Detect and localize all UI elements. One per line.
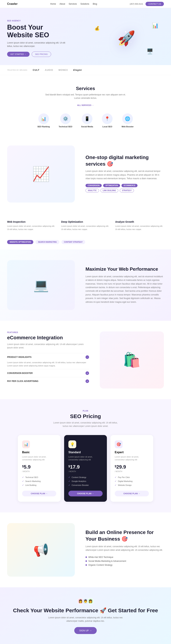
pricing-period-standard: / MONTH: [68, 470, 103, 472]
accordion-product-highlights-content: Lorem ipsum dolor sit amet, consectetur …: [7, 361, 89, 369]
web-perf-laptop-icon: 💻: [33, 278, 49, 292]
hero-description: Lorem ipsum dolor sit amet, consectetur …: [7, 41, 68, 48]
feature-expert-3: ✓Website Design: [115, 483, 149, 487]
brand-elegmi: Elegmi: [73, 69, 82, 71]
navbar: Crawler Home About Services Solutions Bl…: [0, 0, 171, 8]
tag-link-building: LINK BUILDING: [100, 189, 118, 192]
accordion-ppc[interactable]: PAY PER CLICK ADVERTISING +: [7, 377, 89, 385]
col-web-inspection-desc: Lorem ipsum dolor sit amet, consectetur …: [7, 225, 56, 231]
accordion-product-highlights[interactable]: PRODUCT HIGHLIGHTS −: [7, 353, 89, 361]
tag-analytic: ANALYTIC: [85, 189, 99, 192]
hero-see-pricing-button[interactable]: SEE PRICING: [32, 52, 51, 57]
tab-content-strategy[interactable]: CONTENT STRATEGY: [61, 240, 85, 244]
brand-cult: CULT: [33, 69, 39, 71]
ecommerce-title: eCommerce Integration: [7, 335, 89, 340]
one-stop-content: One-stop digital marketing services 🎯 Lo…: [85, 154, 164, 194]
cta-section: 👩 👨 👩 Check Your Website Performance 🚀 G…: [0, 587, 171, 644]
check-icon: ✓: [115, 476, 117, 478]
accordion-expand-icon-3: +: [85, 380, 89, 383]
pricing-desc-expert: Lorem ipsum dolor sit amet, consectetur …: [115, 455, 149, 461]
service-icon-web-booster: 🌐: [122, 114, 133, 124]
tab-search-marketing[interactable]: SEARCH MARKETING: [35, 240, 59, 244]
hero-section: SEO AGENCY Boost Your Website SEO Lorem …: [0, 8, 171, 65]
pricing-icon-expert: 🎯: [115, 440, 123, 448]
brand-monex: MONEX: [58, 69, 68, 71]
services-section: Services Sed blandit libero volutpat sed…: [0, 75, 171, 135]
pricing-label: PLAN: [7, 410, 164, 412]
services-all-link[interactable]: ALL SERVICES →: [77, 104, 94, 106]
brand-audio: AUDIO: [45, 69, 53, 71]
col-web-inspection-title: Web Inspection: [7, 220, 56, 223]
service-label-web-booster: Web Booster: [122, 126, 134, 128]
ecommerce-desc: Lorem ipsum dolor sit amet, consectetur …: [7, 343, 89, 350]
brands-label: TRUSTED BY BRANDS: [7, 69, 27, 71]
pricing-cards: 📊 Basic Lorem ipsum dolor sit amet, cons…: [7, 435, 164, 502]
pricing-btn-basic[interactable]: CHOOSE PLAN →: [22, 491, 56, 496]
accordion-conversion-booster[interactable]: CONVERSION BOOSTER +: [7, 369, 89, 377]
col-analyze-growth-title: Analyze Growth: [115, 220, 164, 223]
hero-coin-icon: 💰: [94, 26, 100, 31]
hero-buttons: GET STARTED → SEE PRICING: [7, 52, 68, 57]
tab-website-optimization[interactable]: WEBSITE OPTIMIZATION: [7, 240, 33, 244]
pricing-period-basic: / MONTH: [22, 470, 56, 472]
cta-signup-button[interactable]: SIGN UP →: [74, 627, 97, 634]
pricing-card-expert: 🎯 Expert Lorem ipsum dolor sit amet, con…: [110, 435, 153, 502]
service-icon-local-seo: 📍: [102, 114, 113, 124]
services-desc: Sed blandit libero volutpat sed. Tempus …: [43, 93, 128, 100]
pricing-name-standard: Standard: [68, 451, 103, 454]
feature-basic-2: ✓Search Marketing: [22, 479, 56, 483]
nav-link-blog[interactable]: Blog: [93, 3, 97, 5]
service-seo-ranking: 📊 SEO Ranking: [37, 114, 50, 128]
presence-section: 📢 Build an Online Presence for Your Busi…: [0, 512, 171, 587]
hero-get-started-button[interactable]: GET STARTED →: [7, 52, 29, 57]
cta-desc: Lorem ipsum dolor sit amet, consectetur …: [48, 616, 123, 623]
nav-links: Home About Services Solutions Blog: [50, 3, 97, 5]
tag-optimization: OPTIMIZATION: [103, 184, 120, 187]
nav-link-about[interactable]: About: [59, 3, 65, 5]
pricing-btn-expert[interactable]: CHOOSE PLAN →: [115, 491, 149, 496]
presence-illustration: 📢: [7, 523, 75, 576]
service-technical-seo: ⚙️ Technical SEO: [59, 114, 72, 128]
pricing-section: PLAN SEO Pricing Lorem ipsum dolor sit a…: [0, 399, 171, 512]
tag-conversion: CONVERSION: [85, 184, 102, 187]
col-analyze-growth-desc: Lorem ipsum dolor sit amet, consectetur …: [115, 225, 164, 231]
hero-content: SEO AGENCY Boost Your Website SEO Lorem …: [7, 20, 68, 57]
nav-phone: (267) 555-0121: [130, 3, 143, 5]
web-perf-desc: Lorem ipsum dolor sit amet, consectetur …: [85, 275, 164, 304]
presence-bullets: White-Hat SEO Technique Social Media Mar…: [85, 555, 164, 567]
nav-link-solutions[interactable]: Solutions: [80, 3, 89, 5]
col-deep-optimization-title: Deep Optimization: [61, 220, 110, 223]
check-icon: ✓: [115, 484, 117, 486]
one-stop-title: One-stop digital marketing services 🎯: [85, 154, 164, 167]
pricing-price-basic: $5.9: [22, 464, 56, 470]
nav-contact-button[interactable]: CONTACT US: [146, 2, 164, 6]
service-web-booster: 🌐 Web Booster: [122, 114, 134, 128]
nav-link-services[interactable]: Services: [69, 3, 77, 5]
hero-title: Boost Your Website SEO: [7, 24, 68, 39]
col-deep-optimization-desc: Lorem ipsum dolor sit amet, consectetur …: [61, 225, 110, 231]
accordion-product-highlights-title: PRODUCT HIGHLIGHTS: [7, 356, 31, 358]
one-stop-chart-icon: 📈: [32, 166, 50, 182]
service-icon-technical-seo: ⚙️: [60, 114, 71, 124]
ecommerce-section: FEATURED eCommerce Integration Lorem ips…: [0, 321, 171, 399]
pricing-features-expert: ✓Pay Per Click ✓Digital Marketing ✓Websi…: [115, 475, 149, 487]
presence-desc: Lorem ipsum dolor sit amet, consectetur …: [85, 545, 164, 552]
hero-rocket-icon: 🚀: [118, 30, 135, 47]
feature-standard-1: ✓Content Strategy: [68, 475, 103, 479]
pricing-icon-standard: 💡: [68, 440, 76, 448]
service-label-local-seo: Local SEO: [102, 126, 112, 128]
nav-link-home[interactable]: Home: [50, 3, 56, 5]
hero-illustration: 🚀 📊 🖥️ 💰: [89, 19, 164, 58]
pricing-card-standard: 💡 Standard Lorem ipsum dolor sit amet, c…: [64, 435, 107, 502]
accordion-expand-icon: −: [85, 355, 89, 359]
cta-title: Check Your Website Performance 🚀 Get Sta…: [7, 607, 164, 614]
bullet-dot-icon: [85, 564, 87, 566]
check-icon: ✓: [22, 480, 24, 482]
presence-content: Build an Online Presence for Your Busine…: [85, 529, 164, 570]
web-perf-content: Maximize Your Web Performance Lorem ipsu…: [85, 266, 164, 304]
cta-avatars: 👩 👨 👩: [7, 598, 164, 604]
pricing-icon-basic: 📊: [22, 440, 30, 448]
ecommerce-content: FEATURED eCommerce Integration Lorem ips…: [7, 332, 89, 385]
bullet-social-media: Social Media Marketing & Advancement: [85, 559, 164, 563]
pricing-btn-standard[interactable]: CHOOSE PLAN →: [68, 491, 103, 496]
